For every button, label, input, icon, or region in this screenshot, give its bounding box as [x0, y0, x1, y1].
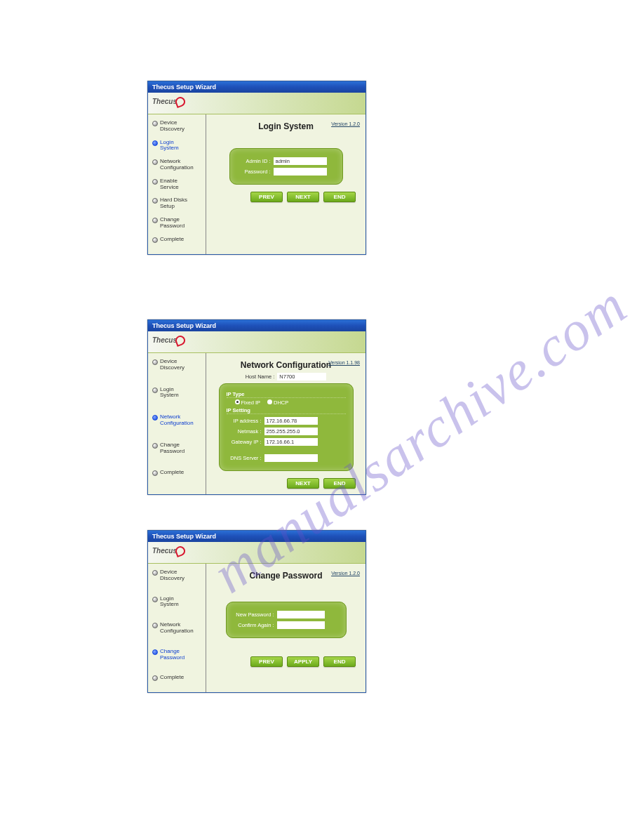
network-panel: IP Type Fixed IP DHCP IP Setting IP addr…	[219, 383, 354, 471]
fixed-ip-label: Fixed IP	[241, 399, 261, 406]
confirm-password-input[interactable]	[277, 621, 325, 629]
header: Thecus	[148, 542, 365, 564]
step-dot-icon	[152, 179, 158, 185]
sidebar-item-device-discovery[interactable]: DeviceDiscovery	[151, 569, 206, 582]
prev-button[interactable]: PREV	[250, 192, 283, 202]
sidebar-item-login-system[interactable]: LoginSystem	[151, 596, 206, 609]
wizard-password: Thecus Setup Wizard Thecus DeviceDiscove…	[147, 530, 366, 693]
new-password-input[interactable]	[277, 611, 325, 618]
sidebar-item-label: DeviceDiscovery	[160, 569, 185, 582]
sidebar-item-label: EnableService	[160, 178, 179, 191]
step-dot-icon	[152, 140, 158, 146]
logo: Thecus	[152, 546, 185, 556]
sidebar-item-change-password[interactable]: ChangePassword	[151, 649, 206, 661]
step-dot-icon	[152, 198, 158, 204]
step-dot-icon	[152, 649, 158, 655]
sidebar-item-label: NetworkConfiguration	[160, 159, 194, 171]
admin-id-input[interactable]	[274, 157, 327, 165]
iptype-radio-row: Fixed IP DHCP	[227, 399, 346, 406]
dns-label: DNS Server :	[227, 455, 264, 461]
step-dot-icon	[152, 121, 158, 126]
sidebar: DeviceDiscovery LoginSystem NetworkConfi…	[148, 564, 206, 692]
sidebar-item-login-system[interactable]: LoginSystem	[151, 140, 206, 152]
sidebar-item-hard-disks-setup[interactable]: Hard DisksSetup	[151, 197, 206, 210]
sidebar-item-complete[interactable]: Complete	[151, 237, 206, 243]
fixed-ip-radio[interactable]	[235, 399, 240, 404]
titlebar[interactable]: Thecus Setup Wizard	[148, 531, 365, 542]
version-label[interactable]: Version 1.1.98	[328, 360, 360, 365]
step-dot-icon	[152, 597, 158, 602]
wizard-network: Thecus Setup Wizard Thecus DeviceDiscove…	[147, 319, 366, 495]
sidebar-item-change-password[interactable]: ChangePassword	[151, 442, 206, 455]
sidebar-item-network-configuration[interactable]: NetworkConfiguration	[151, 622, 206, 635]
sidebar-item-label: Complete	[160, 237, 184, 243]
sidebar-item-device-discovery[interactable]: DeviceDiscovery	[151, 359, 206, 371]
content: Login System Version 1.2.0 Admin ID : Pa…	[206, 114, 365, 254]
sidebar-item-label: Complete	[160, 675, 184, 681]
netmask-input[interactable]	[264, 428, 318, 435]
sidebar: DeviceDiscovery LoginSystem NetworkConfi…	[148, 114, 206, 254]
step-dot-icon	[152, 415, 158, 421]
apply-button[interactable]: APPLY	[287, 656, 319, 667]
sidebar-item-label: NetworkConfiguration	[160, 622, 194, 635]
step-dot-icon	[152, 388, 158, 393]
ipsetting-heading: IP Setting	[227, 407, 346, 414]
sidebar-item-label: LoginSystem	[160, 387, 179, 399]
step-dot-icon	[152, 623, 158, 628]
password-label: Password :	[237, 168, 274, 175]
confirm-password-label: Confirm Again :	[234, 622, 277, 628]
wizard-login: Thecus Setup Wizard Thecus DeviceDiscove…	[147, 81, 366, 255]
sidebar-item-complete[interactable]: Complete	[151, 675, 206, 681]
sidebar-item-label: LoginSystem	[160, 596, 179, 609]
step-dot-icon	[152, 218, 158, 223]
next-button[interactable]: NEXT	[287, 478, 319, 489]
logo: Thecus	[152, 97, 185, 107]
sidebar-item-change-password[interactable]: ChangePassword	[151, 217, 206, 230]
end-button[interactable]: END	[323, 192, 356, 202]
step-dot-icon	[152, 359, 158, 365]
sidebar-item-label: ChangePassword	[160, 442, 185, 455]
gateway-input[interactable]	[264, 438, 318, 446]
sidebar-item-label: ChangePassword	[160, 649, 185, 661]
header: Thecus	[148, 93, 365, 114]
step-dot-icon	[152, 570, 158, 576]
dns-input[interactable]	[264, 454, 318, 462]
sidebar-item-label: LoginSystem	[160, 140, 179, 152]
ip-address-input[interactable]	[264, 417, 318, 425]
ip-address-label: IP address :	[227, 418, 264, 424]
next-button[interactable]: NEXT	[287, 192, 319, 202]
end-button[interactable]: END	[323, 478, 356, 489]
password-panel: New Password : Confirm Again :	[226, 602, 347, 638]
sidebar-item-label: Hard DisksSetup	[160, 197, 187, 210]
step-dot-icon	[152, 470, 158, 476]
sidebar: DeviceDiscovery LoginSystem NetworkConfi…	[148, 353, 206, 494]
sidebar-item-complete[interactable]: Complete	[151, 470, 206, 476]
end-button[interactable]: END	[323, 656, 356, 667]
dhcp-radio[interactable]	[267, 399, 272, 404]
sidebar-item-network-configuration[interactable]: NetworkConfiguration	[151, 414, 206, 427]
sidebar-item-label: DeviceDiscovery	[160, 359, 185, 371]
hostname-row: Host Name :	[210, 373, 361, 380]
step-dot-icon	[152, 159, 158, 165]
titlebar[interactable]: Thecus Setup Wizard	[148, 320, 365, 331]
sidebar-item-enable-service[interactable]: EnableService	[151, 178, 206, 191]
sidebar-item-device-discovery[interactable]: DeviceDiscovery	[151, 120, 206, 133]
titlebar[interactable]: Thecus Setup Wizard	[148, 81, 365, 93]
step-dot-icon	[152, 237, 158, 243]
password-input[interactable]	[274, 168, 327, 176]
prev-button[interactable]: PREV	[250, 656, 283, 667]
iptype-heading: IP Type	[227, 391, 346, 398]
sidebar-item-label: NetworkConfiguration	[160, 414, 194, 427]
login-panel: Admin ID : Password :	[229, 148, 343, 185]
hostname-input[interactable]	[277, 373, 326, 380]
sidebar-item-login-system[interactable]: LoginSystem	[151, 387, 206, 399]
version-label[interactable]: Version 1.2.0	[331, 571, 360, 576]
sidebar-item-network-configuration[interactable]: NetworkConfiguration	[151, 159, 206, 171]
version-label[interactable]: Version 1.2.0	[331, 121, 360, 126]
step-dot-icon	[152, 443, 158, 449]
header: Thecus	[148, 331, 365, 353]
sidebar-item-label: Complete	[160, 470, 184, 476]
logo: Thecus	[152, 336, 185, 345]
hostname-label: Host Name :	[246, 373, 275, 380]
sidebar-item-label: DeviceDiscovery	[160, 120, 185, 133]
